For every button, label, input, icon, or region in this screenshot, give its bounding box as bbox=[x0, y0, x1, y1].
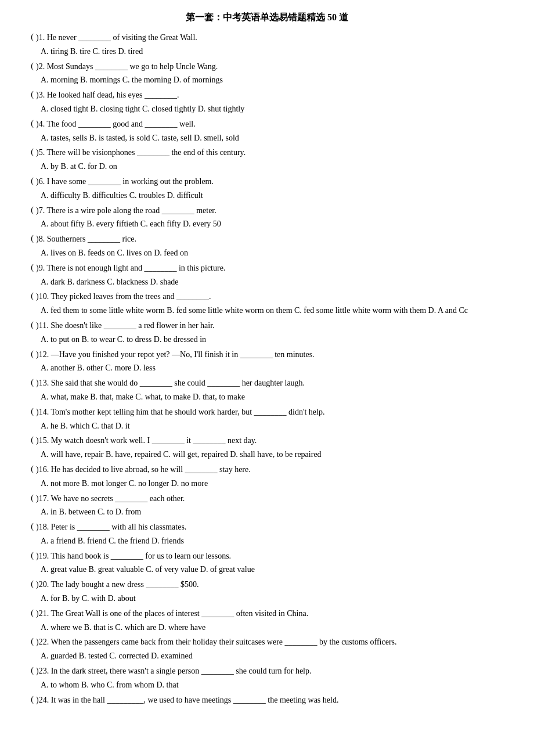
question-text: )7. There is a wire pole along the road … bbox=[36, 204, 511, 218]
options-text: A. dark B. darkness C. blackness D. shad… bbox=[41, 275, 511, 289]
question-text: )23. In the dark street, there wasn't a … bbox=[36, 664, 511, 678]
question-item: ()16. He has decided to live abroad, so … bbox=[23, 463, 511, 491]
question-text: )18. Peter is ________ with all his clas… bbox=[36, 520, 511, 534]
options-text: A. closed tight B. closing tight C. clos… bbox=[41, 102, 511, 116]
question-text: )21. The Great Wall is one of the places… bbox=[36, 607, 511, 621]
question-item: ()23. In the dark street, there wasn't a… bbox=[23, 664, 511, 692]
options-text: A. morning B. mornings C. the morning D.… bbox=[41, 73, 511, 87]
question-item: ()3. He looked half dead, his eyes _____… bbox=[23, 88, 511, 116]
options-text: A. in B. between C. to D. from bbox=[41, 505, 511, 519]
question-text: )13. She said that she would do ________… bbox=[36, 376, 511, 390]
question-text: )11. She doesn't like ________ a red flo… bbox=[36, 319, 511, 333]
paren-open: ( bbox=[23, 607, 34, 620]
question-item: ()19. This hand book is ________ for us … bbox=[23, 549, 511, 577]
question-item: ()10. They picked leaves from the trees … bbox=[23, 290, 511, 318]
options-text: A. difficulty B. difficulties C. trouble… bbox=[41, 189, 511, 203]
paren-open: ( bbox=[23, 376, 34, 389]
paren-open: ( bbox=[23, 117, 34, 130]
options-text: A. tastes, sells B. is tasted, is sold C… bbox=[41, 131, 511, 145]
options-text: A. will have, repair B. have, repaired C… bbox=[41, 448, 511, 462]
question-item: ()4. The food ________ good and ________… bbox=[23, 117, 511, 145]
question-text: )6. I have some ________ in working out … bbox=[36, 175, 511, 189]
paren-open: ( bbox=[23, 146, 34, 159]
question-item: ()22. When the passengers came back from… bbox=[23, 635, 511, 663]
paren-open: ( bbox=[23, 492, 34, 505]
options-text: A. for B. by C. with D. about bbox=[41, 592, 511, 606]
question-text: )24. It was in the hall _________, we us… bbox=[36, 693, 511, 707]
question-text: )22. When the passengers came back from … bbox=[36, 635, 511, 649]
options-text: A. to whom B. who C. from whom D. that bbox=[41, 678, 511, 692]
question-text: )1. He never ________ of visiting the Gr… bbox=[36, 31, 511, 45]
question-item: ()2. Most Sundays ________ we go to help… bbox=[23, 60, 511, 88]
paren-open: ( bbox=[23, 31, 34, 44]
options-text: A. not more B. mot longer C. no longer D… bbox=[41, 477, 511, 491]
question-item: ()1. He never ________ of visiting the G… bbox=[23, 31, 511, 59]
question-text: )5. There will be visionphones ________ … bbox=[36, 146, 511, 160]
question-text: )12. —Have you finished your repot yet? … bbox=[36, 348, 511, 362]
question-text: )16. He has decided to live abroad, so h… bbox=[36, 463, 511, 477]
options-text: A. to put on B. to wear C. to dress D. b… bbox=[41, 333, 511, 347]
paren-open: ( bbox=[23, 319, 34, 332]
options-text: A. about fifty B. every fiftieth C. each… bbox=[41, 217, 511, 231]
options-text: A. great value B. great valuable C. of v… bbox=[41, 563, 511, 577]
options-text: A. fed them to some little white worm B.… bbox=[41, 304, 511, 318]
question-text: )17. We have no secrets ________ each ot… bbox=[36, 492, 511, 506]
question-item: ()20. The lady bought a new dress ______… bbox=[23, 578, 511, 606]
question-text: )9. There is not enough light and ______… bbox=[36, 261, 511, 275]
question-text: )14. Tom's mother kept telling him that … bbox=[36, 405, 511, 419]
question-text: )2. Most Sundays ________ we go to help … bbox=[36, 60, 511, 74]
paren-open: ( bbox=[23, 60, 34, 73]
question-item: ()17. We have no secrets ________ each o… bbox=[23, 492, 511, 520]
question-item: ()7. There is a wire pole along the road… bbox=[23, 204, 511, 232]
paren-open: ( bbox=[23, 348, 34, 361]
paren-open: ( bbox=[23, 232, 34, 245]
question-item: ()24. It was in the hall _________, we u… bbox=[23, 693, 511, 707]
question-item: ()11. She doesn't like ________ a red fl… bbox=[23, 319, 511, 347]
options-text: A. where we B. that is C. which are D. w… bbox=[41, 621, 511, 635]
paren-open: ( bbox=[23, 405, 34, 418]
paren-open: ( bbox=[23, 434, 34, 447]
options-text: A. guarded B. tested C. corrected D. exa… bbox=[41, 649, 511, 663]
question-item: ()5. There will be visionphones ________… bbox=[23, 146, 511, 174]
paren-open: ( bbox=[23, 578, 34, 591]
question-text: )10. They picked leaves from the trees a… bbox=[36, 290, 511, 304]
paren-open: ( bbox=[23, 261, 34, 274]
question-text: )4. The food ________ good and ________ … bbox=[36, 117, 511, 131]
paren-open: ( bbox=[23, 88, 34, 101]
options-text: A. he B. which C. that D. it bbox=[41, 419, 511, 433]
options-text: A. what, make B. that, make C. what, to … bbox=[41, 390, 511, 404]
paren-open: ( bbox=[23, 204, 34, 217]
paren-open: ( bbox=[23, 520, 34, 533]
question-text: )20. The lady bought a new dress _______… bbox=[36, 578, 511, 592]
question-text: )15. My watch doesn't work well. I _____… bbox=[36, 434, 511, 448]
paren-open: ( bbox=[23, 549, 34, 562]
question-text: )3. He looked half dead, his eyes ______… bbox=[36, 88, 511, 102]
paren-open: ( bbox=[23, 635, 34, 648]
options-text: A. lives on B. feeds on C. lives on D. f… bbox=[41, 246, 511, 260]
question-item: ()13. She said that she would do _______… bbox=[23, 376, 511, 404]
paren-open: ( bbox=[23, 175, 34, 188]
question-item: ()15. My watch doesn't work well. I ____… bbox=[23, 434, 511, 462]
options-text: A. another B. other C. more D. less bbox=[41, 361, 511, 375]
question-item: ()8. Southerners ________ rice.A. lives … bbox=[23, 232, 511, 260]
page-title: 第一套：中考英语单选易错题精选 50 道 bbox=[23, 12, 511, 24]
question-item: ()9. There is not enough light and _____… bbox=[23, 261, 511, 289]
options-text: A. a friend B. friend C. the friend D. f… bbox=[41, 534, 511, 548]
question-item: ()21. The Great Wall is one of the place… bbox=[23, 607, 511, 635]
question-item: ()6. I have some ________ in working out… bbox=[23, 175, 511, 203]
options-text: A. tiring B. tire C. tires D. tired bbox=[41, 45, 511, 59]
question-item: ()18. Peter is ________ with all his cla… bbox=[23, 520, 511, 548]
question-text: )8. Southerners ________ rice. bbox=[36, 232, 511, 246]
paren-open: ( bbox=[23, 290, 34, 303]
paren-open: ( bbox=[23, 693, 34, 706]
paren-open: ( bbox=[23, 664, 34, 677]
options-text: A. by B. at C. for D. on bbox=[41, 160, 511, 174]
paren-open: ( bbox=[23, 463, 34, 476]
question-item: ()12. —Have you finished your repot yet?… bbox=[23, 348, 511, 376]
question-item: ()14. Tom's mother kept telling him that… bbox=[23, 405, 511, 433]
question-text: )19. This hand book is ________ for us t… bbox=[36, 549, 511, 563]
